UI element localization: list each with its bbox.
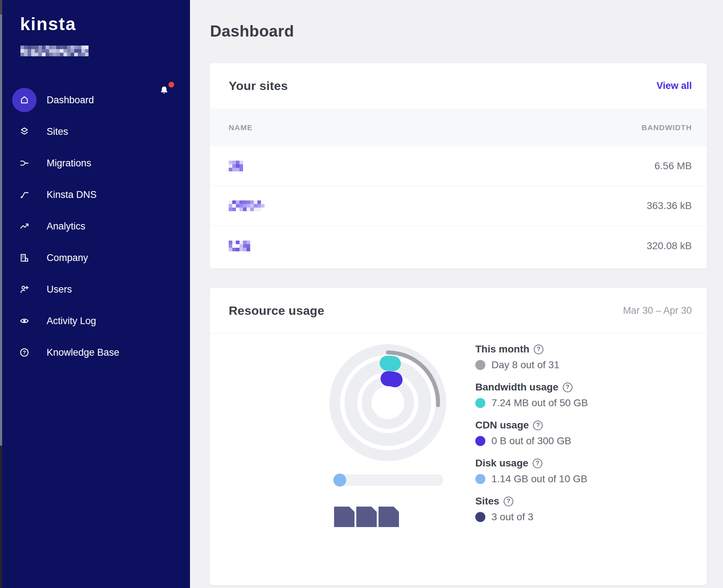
legend-value: 1.14 GB out of 10 GB [491,473,588,485]
merge-icon [12,151,37,175]
legend-value: 7.24 MB out of 50 GB [491,397,588,409]
sidebar: kinsta Dashboard [0,0,190,588]
legend-item-bandwidth: Bandwidth usage ? 7.24 MB out of 50 GB [475,381,698,409]
person-add-icon [12,277,37,302]
legend-value: 3 out of 3 [491,511,533,523]
site-name-redacted[interactable] [229,161,243,171]
main-content: Dashboard Your sites View all NAME BANDW… [190,0,723,588]
legend-label: Bandwidth usage [475,381,558,393]
edge-strip-middle [0,14,2,446]
bandwidth-usage-arc [387,363,393,364]
table-row: 6.56 MB [210,146,707,186]
legend-dot [475,474,485,484]
table-row: 320.08 kB [210,226,707,266]
resource-legend: This month ? Day 8 out of 31 Bandwidth u… [475,343,698,534]
sidebar-item-dashboard[interactable]: Dashboard [0,84,190,116]
sidebar-item-users[interactable]: Users [0,274,190,305]
site-slot-icon [334,507,355,527]
legend-item-sites: Sites ? 3 out of 3 [475,495,698,523]
edge-strip-bottom [0,446,2,588]
trending-up-icon [12,214,37,238]
help-icon[interactable]: ? [533,421,543,430]
help-icon[interactable]: ? [534,345,543,354]
sidebar-item-kinsta-dns[interactable]: Kinsta DNS [0,179,190,210]
sites-card-title: Your sites [229,79,288,93]
sites-table-header: NAME BANDWIDTH [210,109,707,146]
sidebar-item-knowledge-base[interactable]: ? Knowledge Base [0,337,190,368]
legend-value: 0 B out of 300 GB [491,435,571,447]
resource-usage-card: Resource usage Mar 30 – Apr 30 [210,288,707,585]
help-icon[interactable]: ? [563,383,572,392]
account-name-redacted[interactable] [20,46,89,56]
svg-text:?: ? [23,350,26,355]
legend-label: Sites [475,495,499,507]
sidebar-item-label: Activity Log [47,316,96,327]
view-all-link[interactable]: View all [656,80,692,91]
sidebar-item-label: Dashboard [47,95,94,106]
help-icon[interactable]: ? [533,459,542,468]
sites-usage-squares [334,507,399,527]
edge-strip-top [0,0,2,14]
site-name-redacted[interactable] [229,241,250,251]
cdn-usage-arc [388,379,395,380]
bandwidth-value: 363.36 kB [647,200,692,212]
site-slot-icon [356,507,377,527]
sidebar-item-company[interactable]: Company [0,242,190,274]
sidebar-item-label: Sites [47,126,68,137]
home-icon [12,88,37,112]
sidebar-item-analytics[interactable]: Analytics [0,210,190,242]
route-icon [12,182,37,207]
your-sites-card: Your sites View all NAME BANDWIDTH 6.56 … [210,63,707,269]
date-range: Mar 30 – Apr 30 [623,305,692,316]
table-row: 363.36 kB [210,186,707,226]
layers-icon [12,119,37,144]
column-header-name: NAME [229,123,253,132]
legend-dot [475,360,485,370]
eye-icon [12,309,37,333]
sidebar-item-label: Users [47,284,72,295]
sidebar-item-activity-log[interactable]: Activity Log [0,305,190,337]
sidebar-item-migrations[interactable]: Migrations [0,147,190,179]
page-title: Dashboard [210,22,294,40]
question-circle-icon: ? [12,340,37,365]
legend-label: CDN usage [475,419,529,431]
site-name-redacted[interactable] [229,200,265,211]
legend-dot [475,512,485,522]
sidebar-item-label: Analytics [47,221,85,232]
site-slot-icon [379,507,399,527]
sidebar-item-label: Migrations [47,158,91,169]
legend-dot [475,398,485,408]
column-header-bandwidth: BANDWIDTH [642,123,692,132]
legend-item-this-month: This month ? Day 8 out of 31 [475,343,698,371]
disk-usage-progress-fill [333,474,346,487]
legend-item-disk: Disk usage ? 1.14 GB out of 10 GB [475,457,698,485]
legend-dot [475,436,485,446]
help-icon[interactable]: ? [504,497,513,506]
sidebar-item-label: Kinsta DNS [47,189,97,200]
building-icon [12,246,37,270]
sidebar-nav: Dashboard Sites Migrations [0,84,190,368]
sidebar-item-label: Company [47,252,88,264]
disk-usage-progress-bar [334,474,443,486]
bandwidth-value: 320.08 kB [647,240,692,252]
resource-donut-chart [327,342,449,464]
legend-label: Disk usage [475,457,528,469]
sidebar-item-sites[interactable]: Sites [0,116,190,147]
bandwidth-value: 6.56 MB [655,160,692,172]
window-edge-strip [0,0,2,588]
account-row [0,40,190,62]
sidebar-item-label: Knowledge Base [47,347,119,358]
legend-item-cdn: CDN usage ? 0 B out of 300 GB [475,419,698,447]
resource-card-title: Resource usage [229,304,324,318]
legend-label: This month [475,343,529,355]
legend-value: Day 8 out of 31 [491,359,560,371]
kinsta-logo: kinsta [20,14,76,34]
